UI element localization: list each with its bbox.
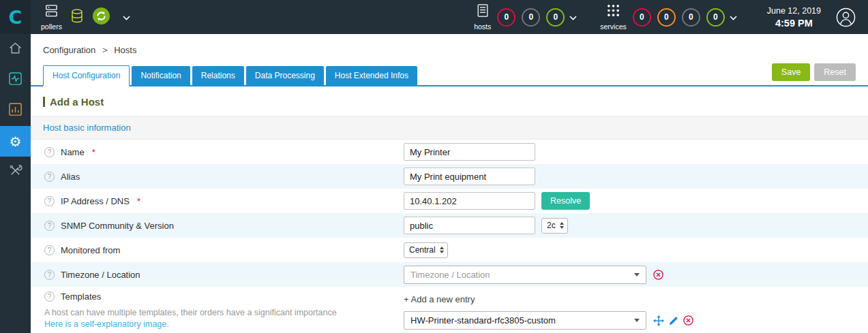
alias-label: Alias	[61, 172, 80, 182]
pollers-label: pollers	[41, 22, 62, 31]
sidebar: ⚙	[0, 34, 31, 333]
monitored-from-label: Monitored from	[61, 245, 120, 255]
breadcrumb: Configuration > Hosts	[31, 34, 868, 63]
chevron-down-icon	[569, 11, 577, 23]
sidebar-item-reporting[interactable]	[0, 95, 31, 126]
template-selected-value: HW-Printer-standard-rfc3805-custom	[410, 315, 556, 326]
name-label: Name	[61, 147, 85, 157]
form-row-name: Name *	[31, 140, 868, 164]
ip-address-input[interactable]	[404, 192, 535, 210]
template-select[interactable]: HW-Printer-standard-rfc3805-custom	[404, 311, 646, 330]
move-template-icon[interactable]	[653, 315, 664, 326]
services-status-group[interactable]: services 0 0 0 0	[600, 3, 737, 31]
select-arrows-icon	[560, 222, 564, 229]
remove-template-icon[interactable]	[683, 315, 693, 326]
snmp-label: SNMP Community & Version	[61, 221, 174, 231]
snmp-community-input[interactable]	[404, 217, 535, 234]
resolve-button[interactable]: Resolve	[541, 192, 590, 210]
hosts-label: hosts	[474, 22, 491, 31]
save-button[interactable]: Save	[772, 63, 811, 81]
required-marker: *	[137, 196, 140, 206]
alias-input[interactable]	[404, 168, 535, 185]
form-row-monitored-from: Monitored from Central	[31, 238, 868, 262]
tools-icon	[8, 163, 23, 180]
services-label: services	[600, 22, 627, 31]
add-template-entry-link[interactable]: + Add a new entry	[404, 294, 475, 304]
breadcrumb-configuration[interactable]: Configuration	[43, 45, 95, 55]
services-icon	[606, 3, 620, 20]
dropdown-arrow-icon	[634, 273, 640, 276]
chevron-down-icon	[730, 11, 737, 23]
topbar: C pollers	[0, 0, 868, 34]
services-unknown-counter[interactable]: 0	[682, 8, 700, 27]
sidebar-item-administration[interactable]	[0, 157, 31, 187]
help-icon[interactable]	[44, 221, 55, 231]
form-row-snmp: SNMP Community & Version 2c	[31, 213, 868, 238]
centreon-logo[interactable]: C	[0, 0, 31, 34]
user-avatar[interactable]	[836, 7, 856, 27]
help-icon[interactable]	[44, 147, 55, 157]
help-icon[interactable]	[44, 196, 55, 206]
tab-bar: Host Configuration Notification Relation…	[31, 63, 868, 86]
templates-label: Templates	[61, 291, 101, 302]
edit-template-icon[interactable]	[669, 316, 678, 326]
form-row-alias: Alias	[31, 164, 868, 189]
hosts-icon	[476, 3, 490, 20]
reset-button[interactable]: Reset	[814, 63, 856, 81]
pollers-icon	[44, 4, 59, 20]
help-icon[interactable]	[44, 291, 55, 302]
help-icon[interactable]	[44, 172, 55, 182]
form-row-ip-address: IP Address / DNS * Resolve	[31, 189, 868, 213]
services-ok-counter[interactable]: 0	[706, 8, 725, 27]
hosts-status-group[interactable]: hosts 0 0 0	[474, 3, 577, 31]
ip-label: IP Address / DNS	[61, 196, 130, 206]
app-root: C pollers	[0, 0, 868, 333]
form-row-timezone: Timezone / Location Timezone / Location	[31, 262, 868, 287]
hosts-down-counter[interactable]: 0	[497, 8, 515, 27]
snmp-version-select[interactable]: 2c	[541, 218, 568, 234]
sidebar-item-configuration[interactable]: ⚙	[0, 126, 31, 157]
tab-data-processing[interactable]: Data Processing	[246, 66, 324, 85]
hosts-unreachable-counter[interactable]: 0	[522, 8, 540, 27]
tab-notification[interactable]: Notification	[132, 66, 190, 85]
chevron-down-icon	[123, 11, 130, 23]
breadcrumb-separator: >	[102, 45, 108, 55]
dropdown-arrow-icon	[634, 319, 640, 322]
hosts-up-counter[interactable]: 0	[546, 8, 565, 27]
title-bar-decoration	[43, 97, 45, 107]
form-row-templates: Templates A host can have multiple templ…	[31, 287, 868, 333]
services-warning-counter[interactable]: 0	[657, 8, 676, 27]
gear-icon: ⚙	[10, 135, 22, 148]
current-time: 4:59 PM	[767, 18, 821, 29]
templates-help-text: A host can have multiple templates, thei…	[44, 308, 404, 317]
tab-host-configuration[interactable]: Host Configuration	[43, 65, 130, 86]
home-icon	[8, 41, 23, 58]
main-content: Configuration > Hosts Host Configuration…	[31, 34, 868, 333]
select-arrows-icon	[440, 247, 444, 253]
timezone-select[interactable]: Timezone / Location	[404, 266, 646, 284]
database-icon	[70, 8, 85, 27]
services-critical-counter[interactable]: 0	[633, 8, 651, 27]
help-icon[interactable]	[44, 270, 55, 280]
timezone-placeholder: Timezone / Location	[410, 270, 490, 280]
centreon-logo-icon: C	[9, 8, 23, 27]
sidebar-item-monitoring[interactable]	[0, 65, 31, 95]
heartbeat-icon	[8, 72, 23, 89]
tab-host-extended-infos[interactable]: Host Extended Infos	[326, 66, 417, 85]
clear-timezone-icon[interactable]	[653, 270, 663, 280]
timezone-label: Timezone / Location	[61, 270, 140, 280]
tab-relations[interactable]: Relations	[192, 66, 244, 85]
current-date: June 12, 2019	[767, 6, 821, 16]
templates-help-link[interactable]: Here is a self-explanatory image.	[44, 319, 169, 329]
section-host-basic-information: Host basic information	[31, 116, 868, 140]
monitored-from-select[interactable]: Central	[404, 242, 448, 258]
datetime-display: June 12, 2019 4:59 PM	[767, 6, 821, 29]
name-input[interactable]	[404, 143, 535, 161]
sync-ok-icon	[92, 7, 110, 28]
required-marker: *	[92, 147, 95, 157]
help-icon[interactable]	[44, 245, 55, 255]
sidebar-item-home[interactable]	[0, 34, 31, 65]
pollers-status-group[interactable]: pollers	[41, 4, 130, 31]
chart-icon	[8, 102, 23, 119]
breadcrumb-hosts[interactable]: Hosts	[114, 45, 136, 55]
